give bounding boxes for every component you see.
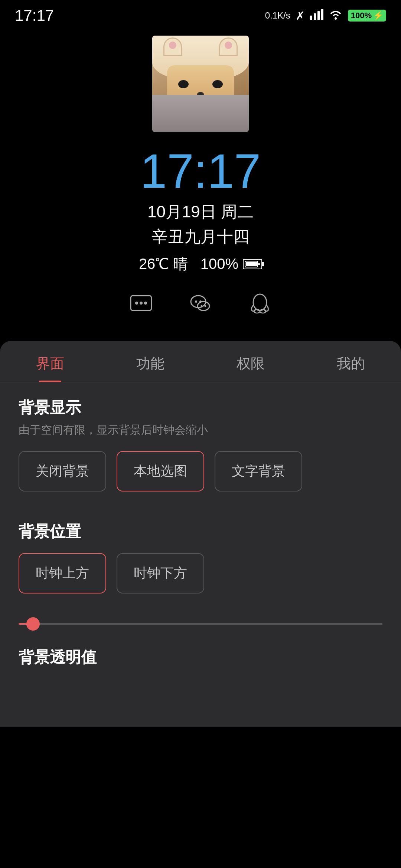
bluetooth-icon: ✗ — [296, 9, 305, 22]
weather-text: 26℃ 晴 100% — [139, 254, 238, 274]
cat-ear-right — [219, 37, 238, 56]
lock-app-shortcuts — [126, 289, 275, 319]
app-shortcut-messages[interactable] — [126, 289, 156, 319]
bg-display-title: 背景显示 — [19, 397, 382, 418]
bg-position-title: 背景位置 — [19, 521, 382, 542]
status-icons: 0.1K/s ✗ 100 % ⚡ — [265, 9, 386, 23]
app-shortcut-wechat[interactable] — [186, 289, 215, 319]
tab-interface[interactable]: 界面 — [0, 341, 100, 382]
battery-level: 100 — [351, 11, 365, 20]
slider-section — [0, 608, 401, 632]
status-bar: 17:17 0.1K/s ✗ 100 % ⚡ — [0, 0, 401, 28]
svg-point-13 — [195, 300, 197, 303]
svg-point-18 — [253, 294, 267, 310]
bg-position-buttons: 时钟上方 时钟下方 — [19, 553, 382, 594]
bottom-panel: 界面 功能 权限 我的 背景显示 由于空间有限，显示背景后时钟会缩小 关闭背景 … — [0, 341, 401, 727]
svg-point-17 — [205, 305, 206, 307]
battery-indicator: 100 % ⚡ — [348, 10, 386, 22]
cat-body — [152, 95, 249, 132]
cat-eye-left — [178, 80, 189, 88]
tab-permissions[interactable]: 权限 — [200, 341, 301, 382]
svg-rect-7 — [258, 263, 260, 265]
wifi-icon — [329, 9, 343, 23]
svg-rect-2 — [317, 11, 320, 20]
wallpaper-image — [152, 36, 249, 132]
status-time: 17:17 — [15, 7, 54, 24]
lockscreen: 17:17 10月19日 周二 辛丑九月十四 26℃ 晴 100% — [0, 28, 401, 341]
lock-date-gregorian: 10月19日 周二 — [147, 201, 254, 223]
transparency-section-title: 背景透明值 — [0, 632, 401, 668]
battery-charge-icon: ⚡ — [373, 11, 383, 20]
svg-point-9 — [135, 302, 138, 305]
btn-local-image[interactable]: 本地选图 — [117, 451, 204, 491]
lock-battery-icon — [243, 259, 262, 269]
lock-weather: 26℃ 晴 100% — [139, 254, 262, 274]
network-speed: 0.1K/s — [265, 10, 290, 21]
svg-point-16 — [201, 305, 203, 307]
signal-icon — [310, 9, 323, 23]
tab-profile[interactable]: 我的 — [301, 341, 401, 382]
slider-track — [19, 623, 382, 625]
tab-function[interactable]: 功能 — [100, 341, 200, 382]
svg-rect-3 — [321, 9, 323, 20]
tab-bar: 界面 功能 权限 我的 — [0, 341, 401, 382]
svg-point-11 — [144, 302, 147, 305]
bg-display-subtitle: 由于空间有限，显示背景后时钟会缩小 — [19, 423, 382, 438]
slider-thumb[interactable] — [26, 617, 40, 631]
svg-rect-1 — [314, 13, 316, 20]
app-shortcut-qq[interactable] — [245, 289, 275, 319]
bg-position-section: 背景位置 时钟上方 时钟下方 — [0, 506, 401, 608]
btn-below-clock[interactable]: 时钟下方 — [117, 553, 204, 594]
battery-percent: % — [364, 11, 372, 20]
cat-eye-right — [212, 80, 223, 88]
cat-ear-left — [163, 37, 182, 56]
lock-clock: 17:17 — [140, 147, 261, 195]
svg-point-4 — [335, 17, 337, 20]
bg-display-section: 背景显示 由于空间有限，显示背景后时钟会缩小 关闭背景 本地选图 文字背景 — [0, 382, 401, 506]
btn-disable-bg[interactable]: 关闭背景 — [19, 451, 106, 491]
bg-display-buttons: 关闭背景 本地选图 文字背景 — [19, 451, 382, 491]
svg-rect-0 — [310, 16, 312, 20]
lock-date-lunar: 辛丑九月十四 — [151, 226, 250, 248]
btn-above-clock[interactable]: 时钟上方 — [19, 553, 106, 594]
btn-text-bg[interactable]: 文字背景 — [215, 451, 302, 491]
svg-point-10 — [140, 302, 143, 305]
svg-rect-6 — [246, 262, 257, 266]
